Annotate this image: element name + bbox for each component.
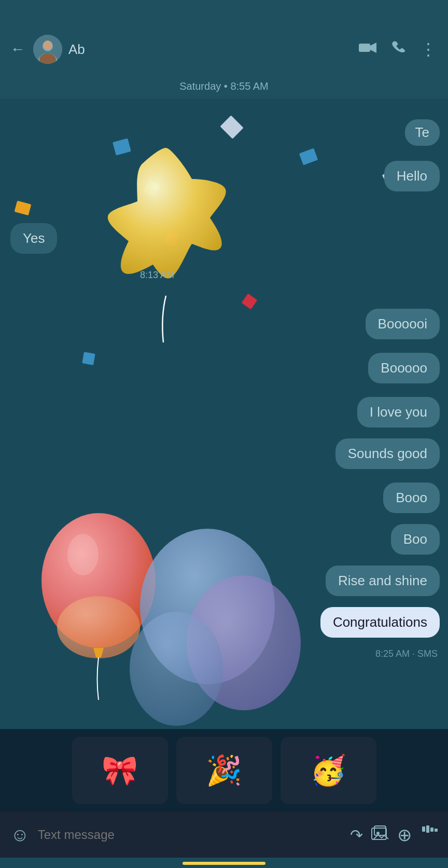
message-booooo: Booooo [368, 353, 440, 383]
header-datetime: Saturday • 8:55 AM [179, 80, 269, 92]
phone-icon[interactable] [391, 40, 405, 59]
chat-header: ← Ab ⋮ Saturday • 8:55 AM [0, 0, 448, 99]
message-riseandshine: Rise and shine [326, 566, 440, 596]
message-iloveyou: I love you [357, 397, 440, 428]
back-button[interactable]: ← [10, 41, 25, 58]
emoji-picker-button[interactable]: ☺ [10, 824, 30, 846]
svg-rect-15 [374, 826, 386, 835]
svg-rect-20 [435, 829, 438, 832]
emoji-card-2[interactable]: 🎉 [176, 737, 272, 804]
svg-point-13 [130, 612, 223, 726]
svg-rect-18 [426, 825, 429, 833]
message-yes: Yes [10, 223, 57, 254]
star-time-label: 8:13 AM [140, 270, 174, 281]
svg-rect-5 [359, 44, 370, 52]
svg-point-10 [67, 534, 99, 575]
svg-point-3 [43, 40, 52, 50]
messages-container: Te Hello Yes [0, 99, 448, 733]
message-timestamp: 8:25 AM · SMS [375, 649, 438, 659]
message-boo: Boo [391, 524, 440, 555]
message-congratulations: Congratulations [320, 607, 440, 638]
text-message-input[interactable] [38, 828, 342, 842]
message-te: Te [405, 119, 440, 146]
voice-icon[interactable] [420, 825, 438, 845]
more-options-icon[interactable]: ⋮ [420, 39, 438, 59]
chat-area: Te Hello Yes [0, 99, 448, 733]
avatar[interactable] [33, 35, 62, 64]
message-boooooi: Boooooi [366, 309, 440, 339]
add-icon[interactable]: ⊕ [397, 824, 412, 845]
emoji-card-3[interactable]: 🥳 [281, 737, 376, 804]
reply-icon[interactable]: ↷ [350, 826, 363, 844]
message-booo: Booo [383, 483, 440, 513]
message-hello: Hello [384, 161, 440, 191]
message-soundsgood: Sounds good [335, 438, 440, 469]
blue-balloon [124, 513, 311, 733]
svg-rect-19 [430, 828, 433, 832]
emoji-card-1[interactable]: 🎀 [72, 737, 168, 804]
home-indicator [183, 862, 265, 865]
header-actions: ⋮ [359, 39, 438, 59]
video-call-icon[interactable] [359, 41, 376, 58]
star-balloon [83, 140, 249, 306]
svg-marker-6 [370, 43, 376, 53]
emoji-tray: 🎀 🎉 🥳 [0, 729, 448, 812]
contact-name[interactable]: Ab [68, 42, 85, 58]
gallery-icon[interactable] [371, 825, 389, 845]
svg-rect-17 [422, 826, 425, 832]
input-bar: ☺ ↷ ⊕ [0, 812, 448, 858]
